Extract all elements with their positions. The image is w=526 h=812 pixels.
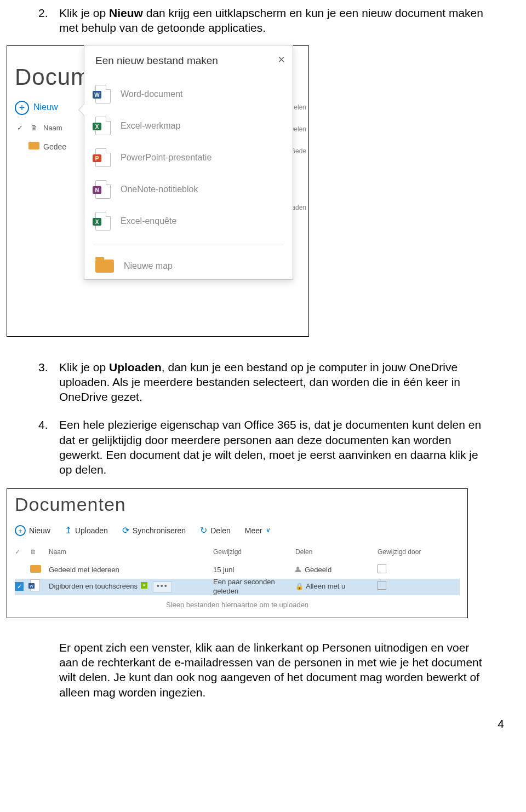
table-header: ✓ 🗎 Naam Gewijzigd Delen Gewijzigd door: [15, 548, 460, 557]
checkmark-icon: ✓: [15, 548, 30, 557]
item-text: Klik je op Nieuw dan krijg een uitklapsc…: [59, 5, 488, 36]
screenshot-document-list: Documenten +Nieuw ↥Uploaden ⟳Synchronise…: [7, 488, 468, 618]
file-icon: 🗎: [25, 124, 43, 133]
tail-paragraph: Er opent zich een venster, klik aan de l…: [0, 640, 526, 700]
col-naam: Naam: [43, 124, 62, 133]
callout-title: Een nieuw bestand maken: [84, 45, 293, 79]
menu-item-word[interactable]: WWord-document: [84, 78, 293, 110]
nieuw-button[interactable]: +Nieuw: [15, 525, 50, 536]
cell-share: 🔒Alleen met u: [295, 582, 378, 591]
page-number: 4: [0, 716, 526, 731]
toolbar: +Nieuw ↥Uploaden ⟳Synchroniseren ↻Delen …: [15, 525, 271, 537]
menu-item-powerpoint[interactable]: PPowerPoint-presentatie: [84, 142, 293, 174]
plus-icon: +: [15, 525, 26, 536]
cell-modified: Een paar seconden geleden: [213, 578, 295, 596]
col-gewijzigd[interactable]: Gewijzigd: [213, 548, 295, 557]
delen-button[interactable]: ↻Delen: [200, 525, 231, 537]
meer-button[interactable]: Meer∨: [245, 526, 271, 535]
list-row-folder[interactable]: Gedee: [15, 142, 66, 152]
item-number: 2.: [38, 5, 59, 36]
separator: [93, 245, 284, 245]
word-doc-icon: W: [30, 579, 40, 591]
list-item-4: 4. Een hele plezierige eigenschap van Of…: [0, 412, 526, 477]
peek-text: elen: [294, 103, 306, 112]
list-item-2: 2. Klik je op Nieuw dan krijg een uitkla…: [0, 0, 526, 36]
synchroniseren-button[interactable]: ⟳Synchroniseren: [122, 525, 186, 537]
cell-share: Gedeeld: [295, 566, 378, 575]
sync-icon: ⟳: [122, 525, 129, 537]
item-text: Klik je op Uploaden, dan kun je een best…: [59, 360, 488, 405]
chevron-down-icon: ∨: [266, 526, 271, 535]
new-badge-icon: [141, 582, 147, 589]
folder-icon: [28, 142, 39, 149]
menu-item-excel-survey[interactable]: XExcel-enquête: [84, 205, 293, 237]
table-row[interactable]: Gedeeld met iedereen 15 juni Gedeeld: [15, 562, 460, 579]
table-row-selected[interactable]: ✓ W Digiborden en touchscreens••• Een pa…: [15, 579, 460, 595]
cell-name: Gedeeld met iedereen: [49, 566, 213, 575]
item-number: 4.: [38, 417, 59, 477]
cell-name: Digiborden en touchscreens•••: [49, 581, 213, 592]
col-naam[interactable]: Naam: [49, 548, 213, 557]
group-icon: [295, 567, 303, 572]
file-icon: 🗎: [30, 548, 49, 557]
nieuw-button[interactable]: + Nieuw: [15, 101, 58, 115]
checkmark-icon: ✓: [15, 124, 25, 133]
col-gewijzigd-door[interactable]: Gewijzigd door: [378, 548, 460, 557]
folder-icon: [95, 260, 114, 273]
checkbox[interactable]: [378, 565, 386, 573]
page-title-truncated: Docum: [15, 62, 90, 93]
new-file-callout: × Een nieuw bestand maken WWord-document…: [84, 45, 293, 280]
share-icon: ↻: [200, 525, 207, 537]
checkbox[interactable]: [378, 581, 386, 590]
close-icon[interactable]: ×: [278, 52, 285, 68]
list-item-3: 3. Klik je op Uploaden, dan kun je een b…: [0, 354, 526, 405]
lock-icon: 🔒: [295, 583, 304, 590]
page-title: Documenten: [15, 492, 126, 516]
folder-icon: [30, 565, 41, 573]
col-delen[interactable]: Delen: [295, 548, 378, 557]
drop-hint: Sleep bestanden hiernaartoe om te upload…: [7, 601, 467, 610]
list-header-row: ✓ 🗎 Naam: [15, 124, 62, 133]
more-dots-button[interactable]: •••: [153, 581, 172, 592]
menu-item-excel[interactable]: XExcel-werkmap: [84, 110, 293, 142]
menu-item-new-folder[interactable]: Nieuwe map: [84, 253, 293, 279]
uploaden-button[interactable]: ↥Uploaden: [65, 525, 108, 537]
checkbox-checked-icon[interactable]: ✓: [15, 582, 24, 591]
item-text: Een hele plezierige eigenschap van Offic…: [59, 417, 488, 477]
menu-item-onenote[interactable]: NOneNote-notitieblok: [84, 174, 293, 205]
plus-icon: +: [15, 101, 29, 115]
item-number: 3.: [38, 360, 59, 405]
cell-modified: 15 juni: [213, 566, 295, 575]
screenshot-new-file-menu: Docum + Nieuw ✓ 🗎 Naam Gedee elen Delen …: [7, 45, 309, 337]
upload-icon: ↥: [65, 525, 72, 537]
